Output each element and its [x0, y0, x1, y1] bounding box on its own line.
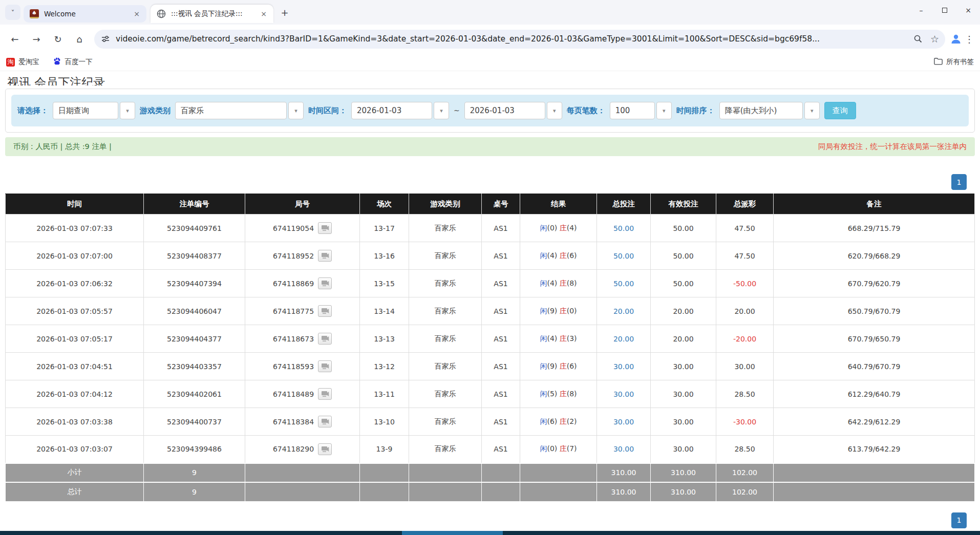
banker-result-label: 庄	[560, 279, 567, 287]
total-bet-link[interactable]: 50.00	[613, 280, 634, 288]
chevron-down-icon[interactable]: ▾	[804, 102, 820, 119]
cell-payout: 20.00	[716, 297, 774, 325]
subtotal-total-bet: 310.00	[597, 463, 651, 482]
close-tab-icon[interactable]: ×	[259, 9, 268, 18]
date-end-value[interactable]: 2026-01-03	[464, 102, 545, 119]
total-bet-link[interactable]: 30.00	[613, 445, 634, 453]
forward-button[interactable]: →	[28, 30, 45, 48]
cell-payout: 47.50	[716, 242, 774, 270]
date-start-select[interactable]: 2026-01-03 ▾	[351, 102, 449, 119]
round-video-icon[interactable]	[318, 250, 332, 262]
col-valid-bet: 有效投注	[651, 194, 716, 215]
banker-score: (7)	[567, 444, 577, 453]
cell-total-bet: 20.00	[597, 297, 651, 325]
cell-payout: 30.00	[716, 353, 774, 380]
back-button[interactable]: ←	[6, 30, 24, 48]
game-kind-select[interactable]: 百家乐 ▾	[175, 102, 304, 119]
per-page-value[interactable]: 100	[610, 102, 655, 119]
date-start-value[interactable]: 2026-01-03	[351, 102, 432, 119]
query-type-select[interactable]: 日期查询 ▾	[53, 102, 135, 119]
reload-button[interactable]: ↻	[49, 30, 67, 48]
all-bookmarks-button[interactable]: 所有书签	[934, 57, 974, 67]
close-window-button[interactable]: ×	[956, 0, 980, 20]
per-page-select[interactable]: 100 ▾	[610, 102, 672, 119]
chevron-down-icon[interactable]: ▾	[656, 102, 672, 119]
cell-table: AS1	[482, 353, 520, 380]
cell-total-bet: 20.00	[597, 325, 651, 353]
round-video-icon[interactable]	[318, 305, 332, 317]
search-button[interactable]: 查询	[824, 102, 856, 119]
player-result-label: 闲	[540, 417, 547, 425]
currency-total-text: 币别：人民币 | 总共 :9 注单 |	[13, 142, 112, 152]
total-bet-link[interactable]: 30.00	[613, 362, 634, 371]
round-video-icon[interactable]	[318, 416, 332, 427]
cell-round-id: 674118593	[245, 353, 360, 380]
page-1-button[interactable]: 1	[951, 512, 967, 528]
address-bar[interactable]: videoie.com/game/betrecord_search/kind3?…	[94, 30, 945, 49]
sort-select[interactable]: 降幂(由大到小) ▾	[719, 102, 820, 119]
cell-result: 闲(9) 庄(6)	[520, 353, 597, 380]
round-video-icon[interactable]	[318, 333, 332, 345]
profile-avatar-icon[interactable]	[949, 32, 963, 46]
zoom-icon[interactable]	[913, 34, 923, 44]
cell-round-id: 674118775	[245, 297, 360, 325]
query-type-value[interactable]: 日期查询	[53, 102, 118, 119]
round-video-icon[interactable]	[318, 443, 332, 455]
scrollbar-thumb[interactable]	[402, 531, 503, 535]
url-text[interactable]: videoie.com/game/betrecord_search/kind3?…	[116, 34, 909, 44]
chevron-down-icon[interactable]: ▾	[120, 102, 135, 119]
total-bet-link[interactable]: 20.00	[613, 335, 634, 343]
player-score: (0)	[547, 444, 557, 453]
round-id-text: 674118290	[273, 445, 314, 453]
bookmark-taobao[interactable]: 淘 爱淘宝	[6, 57, 39, 67]
browser-menu-icon[interactable]: ⋮	[963, 34, 976, 45]
round-video-icon[interactable]	[318, 388, 332, 400]
total-bet-link[interactable]: 50.00	[613, 252, 634, 260]
folder-icon	[934, 57, 943, 67]
tab-betrecord[interactable]: :::视讯 会员下注纪录::: ×	[151, 5, 273, 23]
cell-time: 2026-01-03 07:03:07	[6, 436, 144, 463]
chevron-down-icon[interactable]: ▾	[434, 102, 449, 119]
date-end-select[interactable]: 2026-01-03 ▾	[464, 102, 562, 119]
player-score: (4)	[547, 251, 557, 260]
total-row: 总计 9 310.00 310.00 102.00	[6, 482, 975, 501]
total-label: 总计	[6, 482, 144, 501]
sort-value[interactable]: 降幂(由大到小)	[719, 102, 803, 119]
home-button[interactable]: ⌂	[71, 30, 88, 48]
page-1-button[interactable]: 1	[951, 174, 967, 190]
chevron-down-icon[interactable]: ▾	[288, 102, 304, 119]
cell-session: 13-10	[360, 408, 409, 436]
cell-note: 642.29/612.29	[774, 408, 975, 436]
col-note: 备注	[774, 194, 975, 215]
cell-time: 2026-01-03 07:04:12	[6, 380, 144, 408]
minimize-button[interactable]: –	[909, 0, 933, 20]
tab-search-button[interactable]: ˅	[5, 5, 20, 20]
horizontal-scrollbar[interactable]	[0, 531, 980, 535]
taobao-icon: 淘	[6, 58, 15, 67]
col-payout: 总派彩	[716, 194, 774, 215]
tune-icon[interactable]	[100, 34, 111, 44]
tab-welcome[interactable]: ♠ Welcome ×	[24, 5, 146, 23]
bookmark-star-icon[interactable]: ☆	[930, 33, 939, 45]
round-video-icon[interactable]	[318, 360, 332, 372]
cell-round-id: 674118489	[245, 380, 360, 408]
cell-game-kind: 百家乐	[409, 436, 482, 463]
bookmark-baidu[interactable]: 百度一下	[53, 57, 93, 67]
maximize-button[interactable]	[933, 0, 956, 20]
cell-time: 2026-01-03 07:07:00	[6, 242, 144, 270]
chevron-down-icon[interactable]: ▾	[547, 102, 562, 119]
game-kind-value[interactable]: 百家乐	[175, 102, 287, 119]
close-tab-icon[interactable]: ×	[132, 9, 141, 18]
round-video-icon[interactable]	[318, 277, 332, 289]
table-row: 2026-01-03 07:07:00 523094408377 6741189…	[6, 242, 975, 270]
cell-time: 2026-01-03 07:05:57	[6, 297, 144, 325]
total-bet-link[interactable]: 20.00	[613, 307, 634, 315]
round-video-icon[interactable]	[318, 222, 332, 234]
new-tab-button[interactable]: +	[278, 5, 292, 19]
round-id-text: 674118673	[273, 335, 314, 343]
total-bet-link[interactable]: 30.00	[613, 418, 634, 426]
banker-score: (4)	[567, 224, 577, 232]
total-bet-link[interactable]: 50.00	[613, 224, 634, 232]
total-bet-link[interactable]: 30.00	[613, 390, 634, 398]
tab-title: :::视讯 会员下注纪录:::	[171, 9, 259, 18]
